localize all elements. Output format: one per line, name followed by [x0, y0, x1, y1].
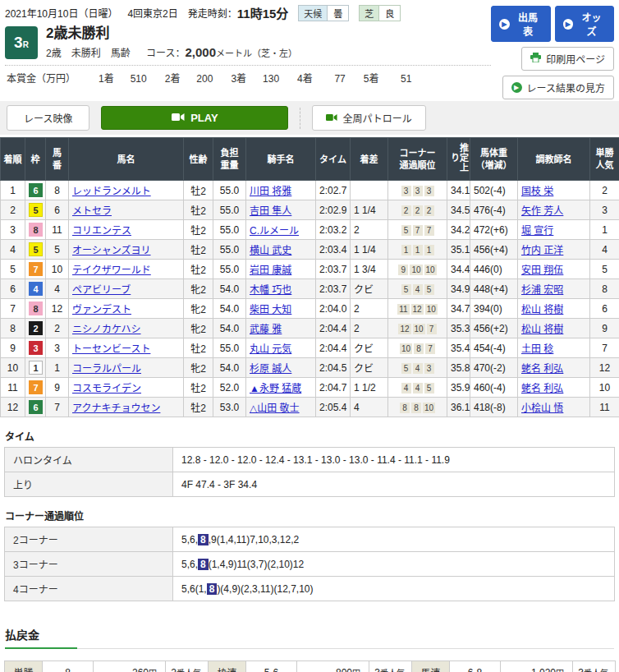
- play-button[interactable]: PLAY: [101, 106, 288, 130]
- win-popularity: 11: [590, 398, 619, 417]
- frame-number: 8: [25, 299, 46, 319]
- course-unit: メートル（芝・左）: [216, 48, 297, 58]
- print-page-button[interactable]: 印刷用ページ: [521, 47, 614, 71]
- horse-number: 11: [46, 220, 69, 240]
- turf-condition-box: 芝 良: [359, 5, 401, 21]
- col-trainer: 調教師名: [518, 138, 590, 181]
- col-horse-number: 馬 番: [46, 138, 69, 181]
- finish-time: 2:04.7: [316, 378, 351, 398]
- win-popularity: 8: [590, 279, 619, 299]
- horse-name-link[interactable]: コスモライデン: [72, 383, 141, 394]
- jockey-name-link[interactable]: 木幡 巧也: [250, 284, 291, 296]
- finish-time: 2:03.2: [316, 220, 351, 240]
- margin: 1 1/4: [351, 200, 388, 220]
- payout-table: 単勝 8 260円 2番人気 枠連 5-6 800円 3番人気 馬連 6-8 1…: [4, 660, 616, 672]
- race-video-button[interactable]: レース映像: [7, 105, 89, 131]
- trainer-name-link[interactable]: 蛯名 利弘: [521, 383, 563, 394]
- trainer-name-link[interactable]: 安田 翔伍: [521, 265, 563, 276]
- corner-position: 7: [413, 225, 423, 236]
- video-bar: レース映像 PLAY 全周パトロール: [0, 101, 619, 135]
- corner-passing-order: 445: [388, 378, 447, 398]
- jockey-name-link[interactable]: ▲永野 猛蔵: [250, 383, 301, 394]
- finish-position: 7: [1, 299, 25, 319]
- horse-name-link[interactable]: レッドランメルト: [72, 186, 151, 197]
- race-title-block: 2歳未勝利 2歳 未勝利 馬齢 コース：2,000メートル（芝・左）: [46, 26, 297, 59]
- jockey-name-link[interactable]: 柴田 大知: [250, 304, 291, 315]
- horse-name-link[interactable]: ニシノカケハシ: [72, 324, 141, 335]
- margin: クビ: [351, 279, 388, 299]
- jockey-name: △山田 敬士: [246, 398, 316, 417]
- jockey-name-link[interactable]: 川田 将雅: [250, 186, 291, 197]
- trainer-name-link[interactable]: 国枝 栄: [521, 186, 553, 197]
- weight-carried: 55.0: [213, 220, 246, 240]
- jockey-name-link[interactable]: C.ルメール: [250, 225, 299, 237]
- margin: 1 3/4: [351, 260, 388, 279]
- trainer-name: 矢作 芳人: [518, 200, 590, 220]
- finish-time: 2:04.0: [316, 299, 351, 319]
- horse-weight: 502(-4): [470, 181, 518, 200]
- payout-combo: 8: [43, 661, 94, 672]
- col-jockey: 騎手名: [246, 138, 316, 181]
- bet-type-bracket-quinella: 枠連: [209, 661, 246, 672]
- trainer-name-link[interactable]: 蛯名 利弘: [521, 363, 563, 375]
- odds-button[interactable]: ▶ オッズ: [555, 6, 615, 42]
- corner-passing-order: 577: [388, 220, 447, 240]
- last-3f-time: 35.9: [447, 378, 470, 398]
- horse-name-link[interactable]: オーシャンズヨリ: [72, 245, 151, 256]
- horse-name-link[interactable]: トーセンビースト: [72, 343, 150, 355]
- payout-popularity: 2番人気: [166, 661, 209, 672]
- last-3f-time: 36.1: [447, 398, 470, 417]
- time-section-title: タイム: [5, 429, 619, 443]
- trainer-name-link[interactable]: 杉浦 宏昭: [521, 284, 563, 296]
- horse-name-link[interactable]: アクナキチョウセン: [72, 403, 160, 414]
- horse-name-link[interactable]: コーラルパール: [72, 363, 141, 375]
- trainer-name-link[interactable]: 松山 将樹: [521, 304, 563, 315]
- trainer-name-link[interactable]: 矢作 芳人: [521, 205, 563, 217]
- horse-name: トーセンビースト: [69, 338, 184, 358]
- frame-number: 2: [25, 319, 46, 338]
- jockey-name-link[interactable]: 横山 武史: [250, 245, 291, 256]
- frame-badge: 7: [29, 380, 43, 394]
- col-margin: 着差: [351, 138, 388, 181]
- horse-name-link[interactable]: ヴァンデスト: [72, 304, 131, 315]
- trainer-name: 松山 将樹: [518, 299, 590, 319]
- corner-position: 7: [424, 225, 434, 236]
- horse-name-link[interactable]: メトセラ: [72, 205, 112, 217]
- trainer-name: 蛯名 利弘: [518, 358, 590, 378]
- trainer-name-link[interactable]: 土田 稔: [521, 343, 553, 355]
- horse-name-link[interactable]: コリエンテス: [72, 225, 131, 237]
- race-title: 2歳未勝利: [46, 26, 297, 42]
- finish-position: 2: [1, 200, 25, 220]
- result-guide-button[interactable]: ▶ レース結果の見方: [502, 76, 614, 99]
- page-header: 2021年10月10日（日曜） 4回東京2日 発走時刻： 11時15分 天候 曇…: [0, 0, 619, 99]
- horse-name-link[interactable]: テイクザワールド: [72, 265, 151, 276]
- horse-name-link[interactable]: ペアビリーブ: [72, 284, 131, 296]
- trainer-name-link[interactable]: 堀 宣行: [521, 225, 553, 237]
- jockey-name-link[interactable]: 丸山 元気: [250, 343, 291, 355]
- jockey-name-link[interactable]: 吉田 隼人: [250, 205, 291, 217]
- result-row: 455オーシャンズヨリ牡255.0横山 武史2:03.41 1/411135.1…: [1, 240, 619, 260]
- weight-carried: 55.0: [213, 240, 246, 260]
- patrol-video-button[interactable]: 全周パトロール: [312, 105, 425, 131]
- weight-carried: 55.0: [213, 260, 246, 279]
- frame-number: 6: [25, 181, 46, 200]
- horse-name: オーシャンズヨリ: [69, 240, 184, 260]
- jockey-name-link[interactable]: 杉原 誠人: [250, 363, 291, 375]
- horse-number: 5: [46, 240, 69, 260]
- corner-passing-order: 543: [388, 358, 447, 378]
- frame-badge: 7: [29, 262, 43, 276]
- entries-button[interactable]: ▶ 出馬表: [491, 6, 551, 42]
- trainer-name-link[interactable]: 松山 将樹: [521, 324, 563, 335]
- odds-button-label: オッズ: [577, 10, 606, 38]
- result-row: 256メトセラ牡255.0吉田 隼人2:02.91 1/422234.5476(…: [1, 200, 619, 220]
- trainer-name-link[interactable]: 小桧山 悟: [521, 403, 563, 414]
- payout-row: 単勝 8 260円 2番人気 枠連 5-6 800円 3番人気 馬連 6-8 1…: [5, 661, 616, 672]
- jockey-name-link[interactable]: 岩田 康誠: [250, 265, 291, 276]
- prize-amount: 510: [114, 73, 147, 85]
- jockey-name-link[interactable]: △山田 敬士: [250, 403, 300, 414]
- corner-position: 5: [401, 225, 411, 236]
- trainer-name-link[interactable]: 竹内 正洋: [521, 245, 563, 256]
- col-corner-order: コーナー 通過順位: [388, 138, 447, 181]
- jockey-name-link[interactable]: 武藤 雅: [250, 324, 282, 335]
- sex-age: 牝2: [184, 279, 213, 299]
